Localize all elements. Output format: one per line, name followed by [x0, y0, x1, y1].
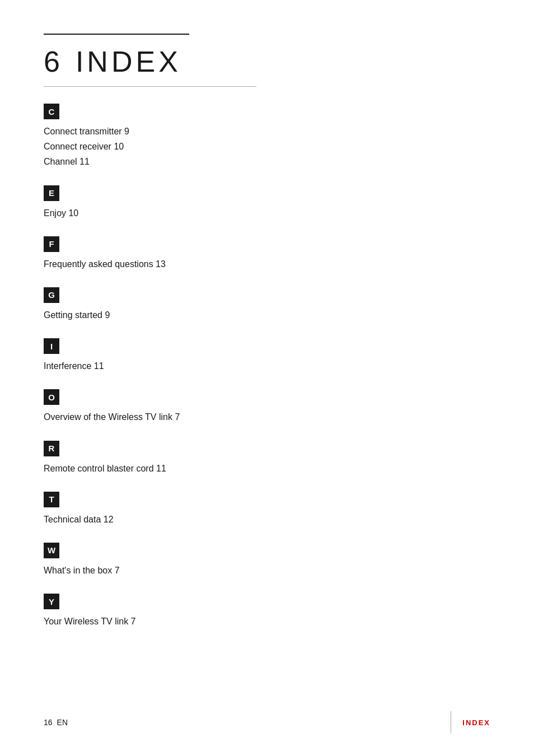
footer-separator	[451, 711, 451, 734]
chapter-title: INDEX	[76, 45, 181, 78]
chapter-number: 6	[44, 45, 60, 78]
index-entry: Interference 11	[44, 358, 490, 374]
index-entry: Connect transmitter 9	[44, 124, 490, 139]
index-entry: Technical data 12	[44, 512, 490, 527]
letter-badge-y: Y	[44, 594, 59, 609]
letter-badge-i: I	[44, 338, 59, 354]
index-entry: Frequently asked questions 13	[44, 256, 490, 272]
index-section-r: RRemote control blaster cord 11	[44, 441, 490, 476]
index-section-c: CConnect transmitter 9Connect receiver 1…	[44, 104, 490, 170]
index-entry: Channel 11	[44, 154, 490, 169]
index-section-y: YYour Wireless TV link 7	[44, 594, 490, 629]
index-entry: Connect receiver 10	[44, 139, 490, 154]
letter-badge-c: C	[44, 104, 59, 119]
footer-language: EN	[57, 718, 68, 727]
index-section-i: IInterference 11	[44, 338, 490, 374]
top-rule	[44, 34, 189, 35]
letter-badge-w: W	[44, 543, 59, 558]
letter-badge-o: O	[44, 389, 59, 405]
index-section-w: WWhat's in the box 7	[44, 543, 490, 578]
footer-left: 16 EN	[44, 718, 451, 727]
footer-section-label: INDEX	[462, 718, 490, 727]
letter-badge-r: R	[44, 441, 59, 456]
page-container: 6 INDEX CConnect transmitter 9Connect re…	[0, 0, 534, 756]
footer-page-number: 16	[44, 718, 53, 727]
index-entry: Overview of the Wireless TV link 7	[44, 409, 490, 424]
index-section-o: OOverview of the Wireless TV link 7	[44, 389, 490, 424]
index-section-t: TTechnical data 12	[44, 492, 490, 527]
chapter-heading: 6 INDEX	[44, 45, 490, 78]
letter-badge-f: F	[44, 236, 59, 252]
index-entry: Remote control blaster cord 11	[44, 461, 490, 476]
index-sections: CConnect transmitter 9Connect receiver 1…	[44, 104, 490, 629]
letter-badge-e: E	[44, 185, 59, 201]
index-entry: Getting started 9	[44, 307, 490, 323]
index-entry: Your Wireless TV link 7	[44, 614, 490, 629]
index-entry: Enjoy 10	[44, 206, 490, 221]
letter-badge-g: G	[44, 287, 59, 303]
bottom-rule	[44, 86, 256, 87]
index-section-g: GGetting started 9	[44, 287, 490, 323]
index-entry: What's in the box 7	[44, 563, 490, 578]
index-section-e: EEnjoy 10	[44, 185, 490, 221]
letter-badge-t: T	[44, 492, 59, 507]
footer: 16 EN INDEX	[0, 711, 534, 734]
index-section-f: FFrequently asked questions 13	[44, 236, 490, 272]
